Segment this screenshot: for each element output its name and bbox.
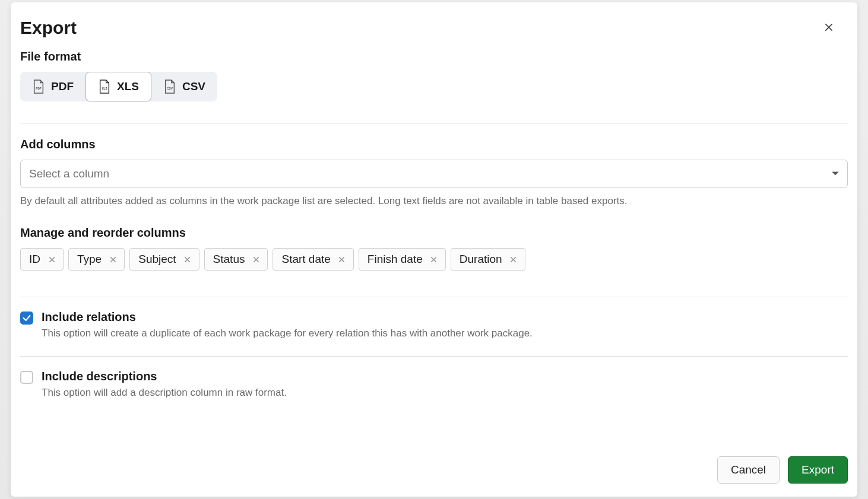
- divider: [20, 123, 848, 123]
- remove-chip-button[interactable]: [182, 254, 193, 265]
- export-modal: Export File format PDF PDF XLS XLS: [11, 2, 857, 497]
- column-chip[interactable]: Start date: [273, 248, 353, 271]
- manage-columns-label: Manage and reorder columns: [20, 226, 848, 240]
- column-chip-label: Duration: [460, 253, 502, 266]
- cancel-button[interactable]: Cancel: [717, 456, 780, 484]
- select-placeholder: Select a column: [29, 167, 109, 180]
- column-chip-label: Status: [213, 253, 245, 266]
- column-chip-label: Subject: [138, 253, 176, 266]
- file-csv-icon: CSV: [163, 79, 176, 94]
- include-relations-row: Include relations This option will creat…: [20, 310, 848, 339]
- close-icon: [430, 256, 438, 263]
- remove-chip-button[interactable]: [508, 254, 519, 265]
- column-chip[interactable]: ID: [20, 248, 64, 271]
- include-descriptions-row: Include descriptions This option will ad…: [20, 370, 848, 399]
- column-chip-label: Finish date: [368, 253, 423, 266]
- format-option-pdf[interactable]: PDF PDF: [20, 72, 85, 101]
- remove-chip-button[interactable]: [429, 254, 439, 265]
- format-option-csv[interactable]: CSV CSV: [151, 72, 217, 101]
- close-icon: [338, 256, 346, 263]
- include-relations-title: Include relations: [42, 310, 848, 324]
- add-columns-select[interactable]: Select a column: [20, 160, 848, 188]
- column-chips: IDTypeSubjectStatusStart dateFinish date…: [20, 248, 848, 271]
- add-columns-select-wrap: Select a column: [20, 160, 848, 188]
- column-chip[interactable]: Duration: [451, 248, 525, 271]
- close-icon: [823, 22, 834, 33]
- column-chip-label: Type: [77, 253, 102, 266]
- include-relations-desc: This option will create a duplicate of e…: [42, 328, 848, 339]
- close-icon: [252, 256, 260, 263]
- divider: [20, 356, 848, 357]
- close-icon: [48, 256, 56, 263]
- include-descriptions-desc: This option will add a description colum…: [42, 387, 848, 399]
- format-option-label: PDF: [51, 80, 74, 93]
- column-chip-label: ID: [29, 253, 40, 266]
- include-relations-content: Include relations This option will creat…: [42, 310, 848, 339]
- add-columns-label: Add columns: [20, 138, 848, 151]
- modal-footer: Cancel Export: [11, 448, 857, 484]
- remove-chip-button[interactable]: [107, 254, 118, 265]
- include-relations-checkbox[interactable]: [20, 312, 33, 325]
- column-chip-label: Start date: [281, 253, 330, 266]
- format-option-label: CSV: [182, 80, 205, 93]
- remove-chip-button[interactable]: [251, 254, 261, 265]
- file-format-label: File format: [20, 50, 848, 63]
- include-descriptions-title: Include descriptions: [42, 370, 848, 383]
- close-icon: [509, 256, 517, 263]
- export-button[interactable]: Export: [788, 456, 848, 484]
- close-icon: [109, 256, 117, 263]
- add-columns-hint: By default all attributes added as colum…: [20, 195, 848, 207]
- include-descriptions-checkbox[interactable]: [20, 371, 33, 384]
- svg-text:XLS: XLS: [102, 88, 107, 91]
- format-option-xls[interactable]: XLS XLS: [85, 72, 151, 101]
- column-chip[interactable]: Type: [68, 248, 125, 271]
- close-button[interactable]: [821, 19, 837, 36]
- svg-text:PDF: PDF: [36, 88, 42, 91]
- remove-chip-button[interactable]: [337, 254, 347, 265]
- format-option-label: XLS: [117, 80, 139, 93]
- close-icon: [183, 256, 191, 263]
- include-descriptions-content: Include descriptions This option will ad…: [42, 370, 848, 399]
- remove-chip-button[interactable]: [46, 254, 57, 265]
- modal-title: Export: [20, 18, 848, 38]
- divider: [20, 297, 848, 297]
- file-pdf-icon: PDF: [32, 79, 45, 94]
- column-chip[interactable]: Subject: [129, 248, 199, 271]
- svg-text:CSV: CSV: [167, 88, 173, 91]
- file-xls-icon: XLS: [98, 79, 111, 94]
- column-chip[interactable]: Status: [204, 248, 268, 271]
- column-chip[interactable]: Finish date: [359, 248, 446, 271]
- check-icon: [22, 313, 31, 323]
- file-format-group: PDF PDF XLS XLS CSV CSV: [20, 72, 217, 101]
